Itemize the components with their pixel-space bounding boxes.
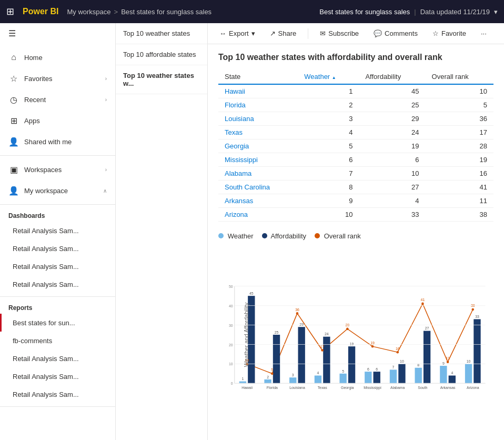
svg-rect-0 bbox=[239, 382, 246, 384]
affordability-cell: 25 bbox=[359, 98, 425, 112]
reports-nav-panel: Top 10 weather states Top 10 affordable … bbox=[116, 23, 208, 440]
state-cell[interactable]: Hawaii bbox=[218, 84, 298, 98]
subscribe-button[interactable]: ✉ Subscribe bbox=[317, 27, 362, 39]
state-cell[interactable]: Florida bbox=[218, 98, 298, 112]
more-button[interactable]: ··· bbox=[478, 27, 490, 39]
table-row: Georgia 5 19 28 bbox=[218, 139, 493, 153]
svg-text:20: 20 bbox=[229, 343, 233, 347]
weather-col-label: Weather bbox=[304, 73, 330, 81]
overall-cell: 10 bbox=[426, 84, 493, 98]
reports-nav-affordable[interactable]: Top 10 affordable states bbox=[116, 44, 207, 65]
svg-text:36: 36 bbox=[295, 308, 299, 312]
share-icon: ↗ bbox=[270, 29, 276, 37]
svg-text:17: 17 bbox=[320, 345, 325, 348]
dashboards-header: Dashboards bbox=[0, 208, 115, 222]
state-cell[interactable]: Mississippi bbox=[218, 153, 298, 167]
state-cell[interactable]: Louisiana bbox=[218, 112, 298, 126]
svg-text:2: 2 bbox=[267, 375, 269, 379]
toolbar: ↔ Export ▾ ↗ Share ✉ Subscribe 💬 Comment… bbox=[208, 23, 504, 44]
pipe-sep: | bbox=[414, 8, 416, 16]
sidebar-item-favorites[interactable]: ☆ Favorites › bbox=[0, 68, 115, 89]
affordability-cell: 33 bbox=[359, 208, 425, 222]
overall-cell: 17 bbox=[426, 126, 493, 139]
svg-text:Georgia: Georgia bbox=[341, 386, 354, 390]
svg-text:33: 33 bbox=[475, 315, 479, 318]
svg-text:5: 5 bbox=[271, 368, 273, 372]
main-layout: ☰ ⌂ Home ☆ Favorites › ◷ Recent › ⊞ Apps… bbox=[0, 23, 504, 440]
sidebar-item-home[interactable]: ⌂ Home bbox=[0, 47, 115, 68]
weather-cell: 5 bbox=[298, 139, 359, 153]
workspaces-icon: ▣ bbox=[8, 165, 19, 175]
weather-cell: 8 bbox=[298, 181, 359, 194]
report-link[interactable]: Best states for sunglass sales bbox=[121, 8, 211, 16]
svg-text:10: 10 bbox=[229, 362, 233, 366]
svg-text:Mississippi: Mississippi bbox=[364, 386, 381, 390]
sidebar-dashboards-section: Dashboards Retail Analysis Sam... Retail… bbox=[0, 205, 115, 297]
svg-point-60 bbox=[371, 345, 374, 348]
affordability-cell: 27 bbox=[359, 181, 425, 194]
state-cell[interactable]: Georgia bbox=[218, 139, 298, 153]
sidebar-report-fb-comments[interactable]: fb-comments bbox=[0, 332, 115, 349]
sidebar-report-retail-1[interactable]: Retail Analysis Sam... bbox=[0, 349, 115, 367]
state-cell[interactable]: Arkansas bbox=[218, 194, 298, 208]
workspace-link[interactable]: My workspace bbox=[67, 8, 110, 16]
sidebar-workspaces-label: Workspaces bbox=[24, 166, 100, 174]
weather-dot bbox=[218, 233, 224, 238]
legend-item-affordability: Affordability bbox=[262, 232, 307, 240]
svg-text:10: 10 bbox=[467, 359, 471, 363]
sidebar-item-apps[interactable]: ⊞ Apps bbox=[0, 110, 115, 131]
favorite-button[interactable]: ☆ Favorite bbox=[429, 27, 469, 39]
sidebar-item-workspaces[interactable]: ▣ Workspaces › bbox=[0, 159, 115, 180]
col-header-affordability: Affordability bbox=[359, 69, 425, 84]
svg-rect-32 bbox=[398, 364, 405, 383]
svg-point-68 bbox=[471, 308, 474, 311]
svg-text:25: 25 bbox=[275, 331, 279, 334]
reports-nav-weather-w[interactable]: Top 10 weather states w... bbox=[116, 65, 207, 94]
overall-cell: 36 bbox=[426, 112, 493, 126]
svg-text:9: 9 bbox=[442, 362, 445, 365]
affordability-cell: 4 bbox=[359, 194, 425, 208]
topbar-chevron-icon[interactable]: ▾ bbox=[494, 8, 498, 16]
svg-rect-42 bbox=[449, 376, 456, 384]
main-content: ↔ Export ▾ ↗ Share ✉ Subscribe 💬 Comment… bbox=[208, 23, 504, 440]
state-cell[interactable]: Arizona bbox=[218, 208, 298, 222]
hamburger-button[interactable]: ☰ bbox=[0, 23, 115, 44]
share-button[interactable]: ↗ Share bbox=[267, 27, 300, 39]
sidebar-home-label: Home bbox=[24, 54, 107, 62]
svg-text:Louisiana: Louisiana bbox=[289, 386, 305, 389]
sidebar-item-my-workspace[interactable]: 👤 My workspace ∧ bbox=[0, 180, 115, 201]
sidebar-dashboard-2[interactable]: Retail Analysis Sam... bbox=[0, 239, 115, 257]
state-cell[interactable]: Alabama bbox=[218, 167, 298, 181]
svg-text:Hawaii: Hawaii bbox=[241, 386, 253, 389]
legend-weather-label: Weather bbox=[228, 232, 254, 240]
sidebar-report-best-states[interactable]: Best states for sun... bbox=[0, 314, 115, 332]
sidebar-dashboard-3[interactable]: Retail Analysis Sam... bbox=[0, 257, 115, 275]
bar-chart-svg: 145Hawaii225Florida329Louisiana424Texas5… bbox=[218, 245, 493, 424]
weather-cell: 3 bbox=[298, 112, 359, 126]
breadcrumb-sep: > bbox=[114, 8, 118, 16]
sidebar-report-retail-2[interactable]: Retail Analysis Sam... bbox=[0, 367, 115, 385]
center-title: Best states for sunglass sales bbox=[319, 8, 410, 16]
sidebar-report-retail-3[interactable]: Retail Analysis Sam... bbox=[0, 385, 115, 403]
state-cell[interactable]: Texas bbox=[218, 126, 298, 139]
affordability-cell: 45 bbox=[359, 84, 425, 98]
col-header-weather[interactable]: Weather ▲ bbox=[298, 69, 359, 84]
subscribe-label: Subscribe bbox=[328, 29, 359, 37]
reports-nav-weather[interactable]: Top 10 weather states bbox=[116, 23, 207, 44]
affordability-dot bbox=[262, 233, 267, 238]
sidebar-item-shared[interactable]: 👤 Shared with me bbox=[0, 131, 115, 152]
comments-button[interactable]: 💬 Comments bbox=[370, 27, 421, 39]
export-button[interactable]: ↔ Export ▾ bbox=[216, 27, 258, 39]
my-workspace-icon: 👤 bbox=[8, 186, 19, 196]
svg-text:16: 16 bbox=[396, 347, 400, 351]
y-axis-label: Weather and Affordability bbox=[243, 303, 249, 367]
sidebar-item-recent[interactable]: ◷ Recent › bbox=[0, 89, 115, 110]
svg-rect-30 bbox=[390, 369, 397, 383]
legend-item-weather: Weather bbox=[218, 232, 254, 240]
sidebar-dashboard-1[interactable]: Retail Analysis Sam... bbox=[0, 222, 115, 239]
svg-rect-35 bbox=[415, 368, 422, 384]
sidebar-dashboard-4[interactable]: Retail Analysis Sam... bbox=[0, 275, 115, 293]
apps-grid-icon[interactable]: ⊞ bbox=[6, 6, 14, 17]
brand-logo: Power BI bbox=[23, 7, 58, 16]
state-cell[interactable]: South Carolina bbox=[218, 181, 298, 194]
